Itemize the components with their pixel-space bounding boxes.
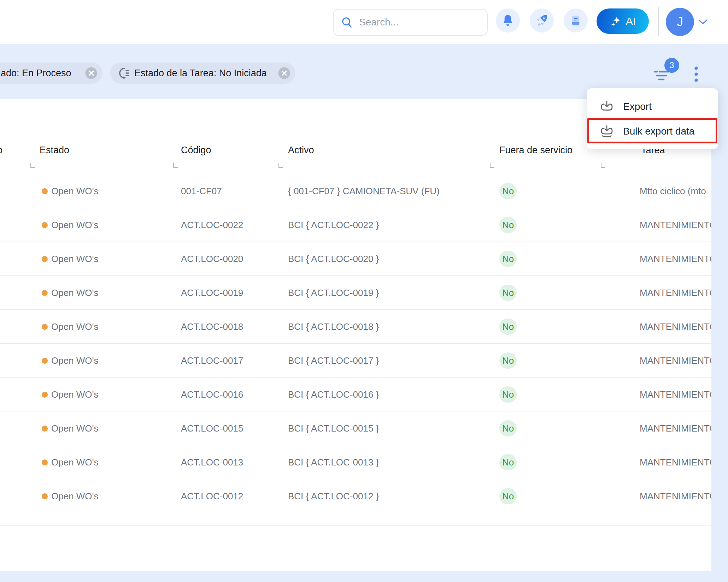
work-orders-table: o Estado Código Activo Fuera de servicio…	[0, 99, 711, 571]
search-box[interactable]	[333, 9, 488, 36]
menu-item-label: Bulk export data	[623, 126, 694, 137]
table-row[interactable]: Open WO's ACT.LOC-0022 BCI { ACT.LOC-002…	[0, 208, 711, 242]
cell-estado: Open WO's	[51, 208, 99, 242]
cell-estado: Open WO's	[51, 378, 99, 411]
menu-item-bulk-export-data[interactable]: Bulk export data	[587, 119, 718, 144]
ai-assistant-button[interactable]: AI	[597, 8, 649, 34]
table-row[interactable]: Open WO's ACT.LOC-0017 BCI { ACT.LOC-001…	[0, 344, 711, 378]
table-row[interactable]: Open WO's ACT.LOC-0016 BCI { ACT.LOC-001…	[0, 378, 711, 411]
table-row[interactable]: Open WO's 001-CF07 { 001-CF07 } CAMIONET…	[0, 174, 711, 208]
cell-codigo: ACT.LOC-0016	[181, 378, 243, 411]
cell-activo: BCI { ACT.LOC-0015 }	[288, 411, 379, 445]
status-dot-icon	[42, 392, 48, 398]
cell-tarea: MANTENIMIENTO	[640, 479, 711, 513]
table-row[interactable]: Open WO's ACT.LOC-0019 BCI { ACT.LOC-001…	[0, 276, 711, 310]
out-of-service-badge: No	[499, 386, 517, 403]
cell-estado: Open WO's	[51, 276, 99, 310]
cell-estado: Open WO's	[51, 174, 99, 208]
search-icon	[341, 16, 353, 29]
column-resize-handle-icon[interactable]	[601, 163, 605, 168]
cell-activo: BCI { ACT.LOC-0012 }	[288, 479, 379, 513]
avatar-initial: J	[677, 14, 683, 29]
ai-label: AI	[626, 15, 636, 27]
whats-new-button[interactable]	[530, 8, 554, 32]
out-of-service-badge: No	[499, 251, 517, 267]
out-of-service-badge: No	[499, 285, 517, 301]
cell-tarea: MANTENIMIENTO	[640, 411, 711, 445]
column-resize-handle-icon[interactable]	[278, 163, 283, 168]
table-row[interactable]: Open WO's ACT.LOC-0015 BCI { ACT.LOC-001…	[0, 411, 711, 445]
sparkles-icon	[610, 15, 622, 27]
cell-activo: BCI { ACT.LOC-0019 }	[288, 276, 379, 310]
cell-activo: BCI { ACT.LOC-0020 }	[288, 242, 379, 276]
export-dropdown-menu: Export Bulk export data	[587, 88, 718, 149]
cell-tarea: MANTENIMIENTO	[640, 445, 711, 479]
out-of-service-badge: No	[499, 454, 517, 470]
cell-tarea: MANTENIMIENTO	[640, 208, 711, 242]
status-dot-icon	[42, 459, 48, 465]
remove-filter-icon[interactable]	[85, 67, 98, 79]
cell-codigo: ACT.LOC-0017	[181, 344, 243, 378]
book-icon	[569, 14, 582, 27]
filter-chip-label: ado: En Proceso	[1, 68, 71, 79]
knowledge-base-button[interactable]	[564, 8, 588, 32]
status-dot-icon	[42, 256, 48, 262]
menu-item-label: Export	[623, 101, 652, 112]
column-resize-handle-icon[interactable]	[30, 163, 35, 168]
out-of-service-badge: No	[499, 488, 517, 504]
menu-item-export[interactable]: Export	[587, 94, 718, 119]
column-header-fuera-de-servicio[interactable]: Fuera de servicio	[499, 145, 573, 156]
column-header-estado[interactable]: Estado	[40, 145, 69, 156]
status-dot-icon	[42, 426, 48, 432]
filter-chip-estado-en-proceso[interactable]: ado: En Proceso	[0, 63, 102, 84]
cell-codigo: ACT.LOC-0013	[181, 445, 243, 479]
column-header-clipped[interactable]: o	[0, 145, 2, 156]
table-row[interactable]: Open WO's ACT.LOC-0020 BCI { ACT.LOC-002…	[0, 242, 711, 276]
rocket-icon	[535, 14, 548, 27]
table-row[interactable]: Open WO's ACT.LOC-0018 BCI { ACT.LOC-001…	[0, 310, 711, 344]
task-status-icon	[116, 66, 130, 80]
table-row[interactable]: Open WO's ACT.LOC-0013 BCI { ACT.LOC-001…	[0, 445, 711, 479]
out-of-service-badge: No	[499, 217, 517, 233]
cell-activo: BCI { ACT.LOC-0016 }	[288, 378, 379, 411]
user-avatar[interactable]: J	[666, 8, 694, 36]
cell-estado: Open WO's	[51, 411, 99, 445]
cell-codigo: ACT.LOC-0020	[181, 242, 243, 276]
cell-codigo: ACT.LOC-0018	[181, 310, 243, 344]
cell-estado: Open WO's	[51, 445, 99, 479]
search-input[interactable]	[359, 17, 487, 28]
out-of-service-badge: No	[499, 319, 517, 335]
filter-chip-label: Estado de la Tarea: No Iniciada	[134, 68, 267, 79]
remove-filter-icon[interactable]	[278, 67, 290, 79]
notifications-button[interactable]	[496, 8, 520, 32]
cell-activo: BCI { ACT.LOC-0013 }	[288, 445, 379, 479]
table-body: Open WO's 001-CF07 { 001-CF07 } CAMIONET…	[0, 174, 711, 526]
bell-icon	[501, 14, 515, 27]
bulk-download-icon	[600, 124, 614, 138]
topbar-divider	[658, 7, 659, 36]
cell-estado: Open WO's	[51, 310, 99, 344]
cell-activo: BCI { ACT.LOC-0017 }	[288, 344, 379, 378]
user-menu-chevron-icon[interactable]	[698, 19, 708, 27]
more-options-button[interactable]	[692, 65, 700, 83]
cell-activo: BCI { ACT.LOC-0018 }	[288, 310, 379, 344]
column-header-codigo[interactable]: Código	[181, 145, 211, 156]
cell-estado: Open WO's	[51, 479, 99, 513]
status-dot-icon	[42, 493, 48, 499]
cell-activo: BCI { ACT.LOC-0022 }	[288, 208, 379, 242]
column-resize-handle-icon[interactable]	[173, 163, 178, 168]
table-row[interactable]: Open WO's ACT.LOC-0012 BCI { ACT.LOC-001…	[0, 479, 711, 513]
top-bar: AI J	[0, 0, 728, 44]
column-resize-handle-icon[interactable]	[490, 163, 494, 168]
column-header-activo[interactable]: Activo	[288, 145, 314, 156]
filter-chip-estado-tarea-no-iniciada[interactable]: Estado de la Tarea: No Iniciada	[110, 63, 295, 84]
active-filters-count-badge: 3	[664, 58, 679, 73]
cell-tarea: MANTENIMIENTO	[640, 344, 711, 378]
status-dot-icon	[42, 188, 48, 194]
cell-tarea: MANTENIMIENTO	[640, 378, 711, 411]
cell-codigo: ACT.LOC-0019	[181, 276, 243, 310]
status-dot-icon	[42, 222, 48, 228]
cell-tarea: MANTENIMIENTO	[640, 276, 711, 310]
kebab-icon	[694, 65, 698, 83]
cell-codigo: 001-CF07	[181, 174, 222, 208]
